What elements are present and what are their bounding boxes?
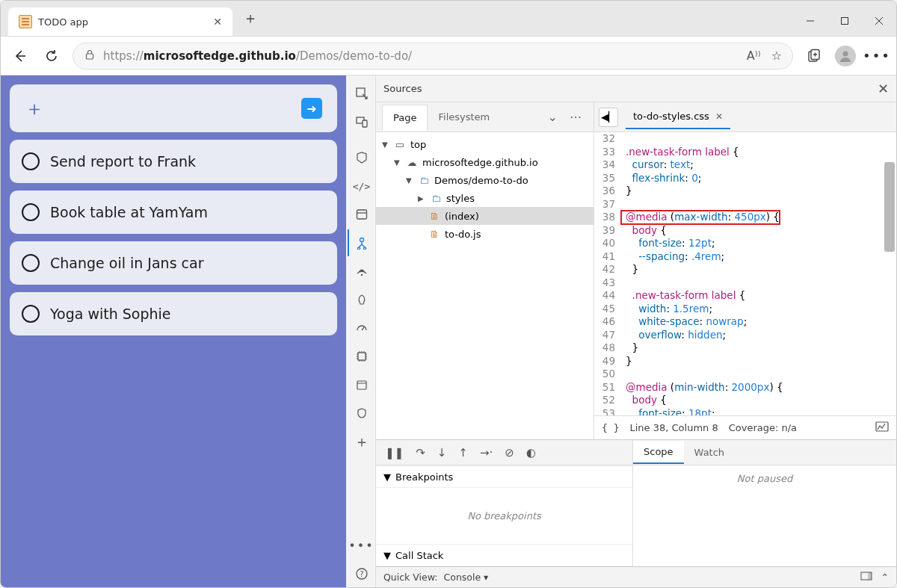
address-bar[interactable]: https://microsoftedge.github.io/Demos/de… [73,43,793,69]
editor-nav-icon[interactable]: ◀▏ [599,108,618,127]
pause-exceptions-icon[interactable]: ◐ [526,446,536,459]
code-line[interactable]: 32 [594,132,896,146]
device-icon[interactable] [348,108,374,135]
watch-tab[interactable]: Watch [684,442,735,463]
code-editor[interactable]: 3233.new-task-form label {34 cursor: tex… [594,132,896,415]
debugger-left: ❚❚ ↷ ↓ ↑ →· ⊘ ◐ ▼Breakpoints No breakpoi… [376,440,633,566]
task-item[interactable]: Change oil in Jans car [10,241,337,285]
profile-avatar[interactable] [835,46,856,66]
code-line[interactable]: 42 } [594,263,896,276]
code-line[interactable]: 49} [594,355,896,368]
sources-icon[interactable] [348,229,374,256]
dock-icon[interactable] [860,572,872,583]
minimize-button[interactable] [793,6,827,36]
code-line[interactable]: 40 font-size: 12pt; [594,237,896,250]
new-tab-button[interactable]: ＋ [232,1,268,36]
settings-ellipsis-icon[interactable]: ••• [348,532,374,559]
code-line[interactable]: 41 --spacing: .4rem; [594,250,896,264]
task-checkbox[interactable] [22,305,40,323]
sources-navigator: Page Filesystem ⌄ ⋯ ▼▭top ▼☁microsoftedg… [376,102,594,439]
inspect-icon[interactable] [348,80,374,107]
submit-arrow-icon[interactable]: ➜ [301,98,322,119]
tree-styles[interactable]: ▶🗀styles [376,189,594,207]
page-tab[interactable]: Page [382,105,428,131]
code-line[interactable]: 38@media (max-width: 450px) { [594,211,896,224]
task-checkbox[interactable] [22,254,40,272]
tree-folder[interactable]: ▼🗀Demos/demo-to-do [376,171,594,189]
svg-point-16 [360,238,363,242]
quickview-select[interactable]: Console ▾ [444,572,489,583]
tree-top[interactable]: ▼▭top [376,135,594,153]
task-item[interactable]: Send report to Frank [10,140,337,183]
menu-button[interactable]: ••• [866,46,887,66]
favorite-icon[interactable]: ☆ [771,49,782,63]
code-line[interactable]: 33.new-task-form label { [594,146,896,159]
collections-icon[interactable] [804,46,824,66]
code-line[interactable]: 34 cursor: text; [594,158,896,172]
code-line[interactable]: 50 [594,368,896,381]
code-line[interactable]: 52 body { [594,394,896,407]
pretty-print-icon[interactable]: { } [602,422,619,433]
new-task-form[interactable]: ＋ ➜ [10,84,337,132]
code-line[interactable]: 39 body { [594,224,896,238]
pause-icon[interactable]: ❚❚ [385,446,404,459]
tree-index[interactable]: 🗎(index) [376,207,594,225]
back-button[interactable] [10,46,31,66]
scope-tab[interactable]: Scope [633,441,684,464]
navigator-more-icon[interactable]: ⋯ [564,110,588,124]
code-line[interactable]: 47 overflow: hidden; [594,329,896,342]
tree-js[interactable]: 🗎to-do.js [376,225,594,243]
maximize-button[interactable] [827,6,862,36]
code-line[interactable]: 44 .new-task-form label { [594,289,896,303]
breakpoints-header[interactable]: ▼Breakpoints [376,465,632,488]
code-line[interactable]: 48 } [594,341,896,355]
not-paused-text: Not paused [633,465,896,566]
calendar-icon[interactable] [348,371,374,398]
code-line[interactable]: 36} [594,185,896,198]
code-line[interactable]: 35 flex-shrink: 0; [594,172,896,185]
close-button[interactable] [862,6,896,36]
more-tools-icon[interactable]: ＋ [348,428,374,455]
lighthouse-icon[interactable] [348,286,374,313]
step-over-icon[interactable]: ↷ [416,446,425,459]
code-line[interactable]: 53 font-size: 18pt; [594,407,896,416]
step-out-icon[interactable]: ↑ [458,446,468,459]
console-icon[interactable]: </> [348,173,374,199]
help-icon[interactable]: ? [348,560,374,587]
task-checkbox[interactable] [22,203,40,221]
filesystem-tab[interactable]: Filesystem [428,105,500,129]
task-checkbox[interactable] [22,152,40,170]
task-item[interactable]: Yoga with Sophie [10,292,337,335]
editor-tabs: ◀▏ to-do-styles.css ✕ [594,102,896,132]
application-icon[interactable] [348,201,374,228]
callstack-header[interactable]: ▼Call Stack [376,544,632,566]
editor-scrollbar[interactable] [884,162,895,252]
code-line[interactable]: 37 [594,198,896,211]
code-line[interactable]: 45 width: 1.5rem; [594,303,896,316]
devtools-close-icon[interactable]: ✕ [878,81,889,96]
memory-icon[interactable] [348,343,374,370]
code-line[interactable]: 51@media (min-width: 2000px) { [594,381,896,394]
svg-text:?: ? [360,570,363,578]
task-item[interactable]: Book table at YamYam [10,191,337,234]
tab-title: TODO app [38,16,88,28]
code-line[interactable]: 43 [594,276,896,290]
browser-tab[interactable]: TODO app ✕ [8,7,232,36]
refresh-button[interactable] [41,46,62,66]
deactivate-breakpoints-icon[interactable]: ⊘ [505,446,514,459]
security-icon[interactable] [348,400,374,427]
source-map-icon[interactable] [875,421,889,434]
read-aloud-icon[interactable]: A⁾⁾ [747,49,761,63]
editor-tab[interactable]: to-do-styles.css ✕ [626,105,730,129]
performance-icon[interactable] [348,315,374,341]
tree-host[interactable]: ▼☁microsoftedge.github.io [376,153,594,171]
quickview-chevron-icon[interactable]: ⌃ [881,572,889,583]
code-line[interactable]: 46 white-space: nowrap; [594,315,896,329]
step-into-icon[interactable]: ↓ [437,446,447,459]
network-icon[interactable] [348,258,374,285]
navigator-chevron-icon[interactable]: ⌄ [542,110,564,124]
step-icon[interactable]: →· [480,446,493,459]
elements-icon[interactable] [348,144,374,171]
tab-close-icon[interactable]: ✕ [213,16,222,28]
editor-tab-close-icon[interactable]: ✕ [715,111,723,122]
